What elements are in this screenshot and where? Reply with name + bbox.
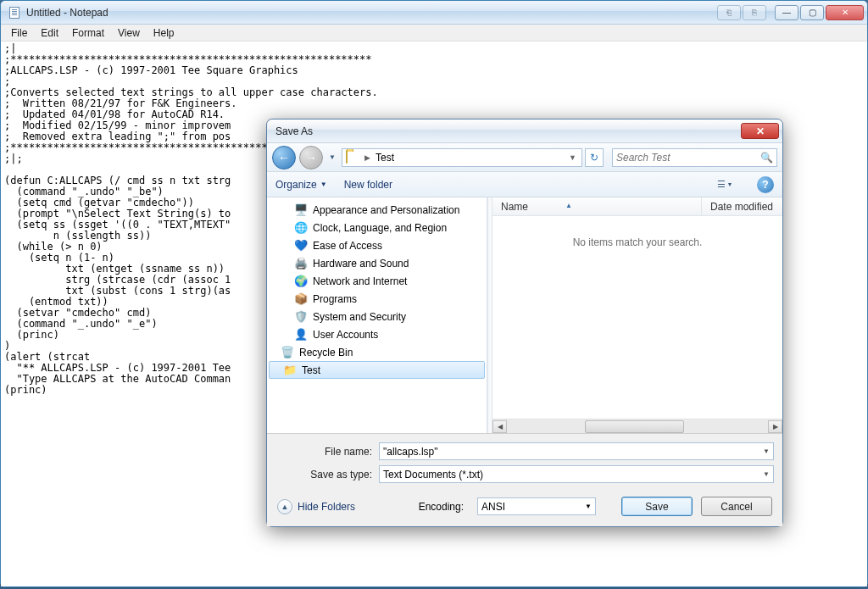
nav-item-icon: 🌍	[294, 275, 308, 288]
thumb-next-button[interactable]: ⎘	[743, 5, 766, 20]
hide-folders-toggle[interactable]: ▲ Hide Folders	[277, 499, 355, 514]
collapse-icon: ▲	[277, 499, 292, 514]
nav-forward-button[interactable]: →	[299, 146, 323, 169]
nav-item-label: Programs	[313, 293, 357, 305]
nav-item-icon: 🗑️	[281, 346, 294, 359]
nav-history-dropdown[interactable]: ▼	[326, 149, 338, 166]
column-name[interactable]: Name ▲	[492, 197, 702, 215]
breadcrumb[interactable]: ▶ Test ▼	[342, 148, 582, 167]
chevron-right-icon: ▶	[363, 153, 372, 162]
encoding-label: Encoding:	[419, 501, 469, 513]
savetype-label: Save as type:	[275, 469, 379, 481]
nav-item-icon: 🖥️	[294, 203, 308, 217]
menu-file[interactable]: File	[4, 25, 34, 41]
nav-item-label: Hardware and Sound	[313, 258, 409, 269]
scroll-right-button[interactable]: ▶	[768, 420, 782, 433]
nav-back-button[interactable]: ←	[272, 146, 296, 169]
breadcrumb-segment[interactable]: Test	[372, 152, 398, 164]
dialog-title: Save As	[275, 125, 741, 137]
nav-item-icon: 👤	[294, 328, 308, 342]
nav-item-user-accounts[interactable]: 👤User Accounts	[267, 325, 487, 343]
nav-item-icon: 🛡️	[294, 310, 308, 324]
thumb-prev-button[interactable]: ⎗	[717, 5, 741, 20]
chevron-down-icon: ▼	[763, 470, 770, 478]
dialog-body: 🖥️Appearance and Personalization🌐Clock, …	[267, 197, 782, 434]
nav-item-label: Appearance and Personalization	[313, 204, 459, 216]
menu-format[interactable]: Format	[65, 25, 111, 41]
nav-item-appearance-and-personalization[interactable]: 🖥️Appearance and Personalization	[267, 201, 487, 219]
dialog-toolbar: Organize ▼ New folder ☰ ▼ ?	[267, 172, 782, 197]
scroll-track[interactable]	[507, 420, 768, 433]
file-list-header: Name ▲ Date modified	[492, 197, 782, 216]
nav-item-label: Network and Internet	[313, 275, 407, 287]
help-button[interactable]: ?	[757, 176, 774, 193]
maximize-button[interactable]: ▢	[800, 5, 824, 20]
savetype-combo[interactable]: Text Documents (*.txt) ▼	[379, 465, 774, 483]
notepad-icon	[8, 6, 21, 19]
folder-icon	[346, 151, 359, 164]
chevron-down-icon: ▼	[320, 181, 327, 188]
scroll-thumb[interactable]	[585, 420, 684, 433]
encoding-value: ANSI	[481, 501, 505, 513]
search-input[interactable]	[616, 152, 760, 164]
nav-item-system-and-security[interactable]: 🛡️System and Security	[267, 308, 487, 325]
encoding-combo[interactable]: ANSI ▼	[477, 497, 596, 515]
notepad-title: Untitled - Notepad	[26, 7, 717, 19]
column-date-modified[interactable]: Date modified	[702, 197, 782, 215]
savetype-value: Text Documents (*.txt)	[383, 469, 483, 481]
view-mode-button[interactable]: ☰ ▼	[709, 176, 740, 193]
nav-item-clock-language-and-region[interactable]: 🌐Clock, Language, and Region	[267, 219, 487, 236]
search-icon[interactable]: 🔍	[760, 152, 773, 164]
cancel-button[interactable]: Cancel	[701, 497, 772, 516]
save-as-dialog: Save As ✕ ← → ▼ ▶ Test ▼ ↻ 🔍 Organize ▼ …	[266, 119, 783, 527]
filename-label: File name:	[275, 446, 379, 458]
nav-item-label: Ease of Access	[313, 240, 382, 252]
nav-item-icon: 🌐	[294, 221, 308, 235]
dialog-titlebar[interactable]: Save As ✕	[267, 119, 782, 143]
nav-item-label: System and Security	[313, 311, 406, 323]
nav-item-icon: 🖨️	[294, 257, 308, 270]
nav-item-hardware-and-sound[interactable]: 🖨️Hardware and Sound	[267, 254, 487, 272]
menu-edit[interactable]: Edit	[34, 25, 65, 41]
nav-pane[interactable]: 🖥️Appearance and Personalization🌐Clock, …	[267, 197, 487, 433]
menu-view[interactable]: View	[111, 25, 147, 41]
dialog-navbar: ← → ▼ ▶ Test ▼ ↻ 🔍	[267, 143, 782, 172]
dialog-footer: ▲ Hide Folders Encoding: ANSI ▼ Save Can…	[267, 493, 782, 526]
dialog-form: File name: ▼ Save as type: Text Document…	[267, 434, 782, 493]
nav-item-icon: 📦	[294, 292, 308, 306]
nav-item-label: Recycle Bin	[299, 347, 353, 358]
chevron-down-icon[interactable]: ▼	[763, 447, 770, 455]
filename-field[interactable]: ▼	[379, 442, 774, 460]
nav-item-test[interactable]: 📁Test	[269, 361, 485, 379]
nav-item-icon: 📁	[283, 364, 297, 377]
horizontal-scrollbar[interactable]: ◀ ▶	[492, 419, 782, 433]
filename-input[interactable]	[383, 446, 763, 458]
nav-item-label: Test	[302, 364, 320, 376]
menu-help[interactable]: Help	[147, 25, 181, 41]
search-box[interactable]: 🔍	[612, 148, 777, 167]
nav-item-recycle-bin[interactable]: 🗑️Recycle Bin	[267, 343, 487, 361]
chevron-down-icon: ▼	[585, 503, 592, 510]
notepad-window-controls: ⎗ ⎘ — ▢ ✕	[717, 5, 864, 20]
dialog-close-button[interactable]: ✕	[741, 123, 779, 139]
scroll-left-button[interactable]: ◀	[492, 420, 507, 433]
sort-asc-icon: ▲	[565, 202, 572, 209]
nav-item-network-and-internet[interactable]: 🌍Network and Internet	[267, 272, 487, 290]
notepad-titlebar[interactable]: Untitled - Notepad ⎗ ⎘ — ▢ ✕	[1, 1, 867, 25]
nav-item-label: Clock, Language, and Region	[313, 222, 447, 234]
file-pane: Name ▲ Date modified No items match your…	[492, 197, 782, 433]
new-folder-button[interactable]: New folder	[344, 179, 392, 191]
nav-item-icon: 💙	[294, 239, 308, 253]
notepad-menubar: File Edit Format View Help	[1, 25, 867, 42]
nav-item-label: User Accounts	[313, 329, 378, 341]
nav-item-ease-of-access[interactable]: 💙Ease of Access	[267, 236, 487, 254]
minimize-button[interactable]: —	[775, 5, 798, 20]
file-list-empty-message: No items match your search.	[492, 216, 782, 419]
save-button[interactable]: Save	[621, 497, 693, 516]
organize-button[interactable]: Organize ▼	[275, 179, 327, 191]
chevron-down-icon[interactable]: ▼	[567, 153, 578, 162]
close-button[interactable]: ✕	[826, 5, 864, 20]
nav-item-programs[interactable]: 📦Programs	[267, 290, 487, 308]
refresh-button[interactable]: ↻	[585, 148, 604, 167]
